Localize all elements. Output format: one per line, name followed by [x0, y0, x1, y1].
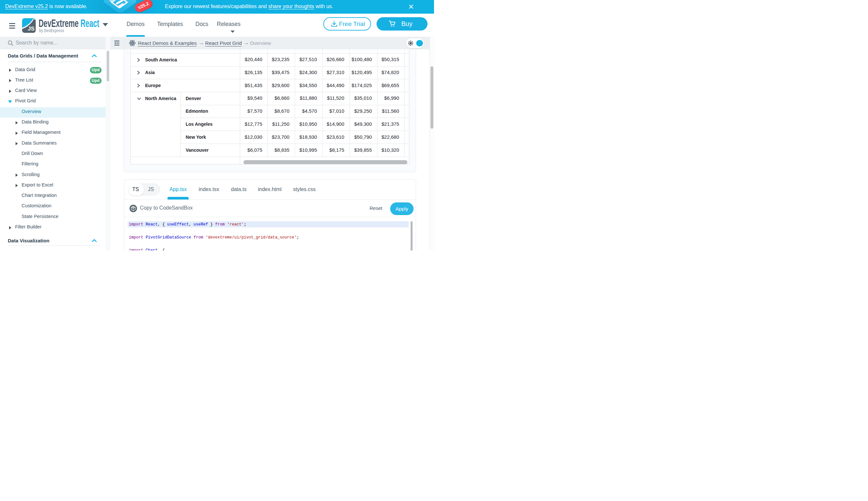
svg-text:JS: JS: [28, 26, 34, 32]
